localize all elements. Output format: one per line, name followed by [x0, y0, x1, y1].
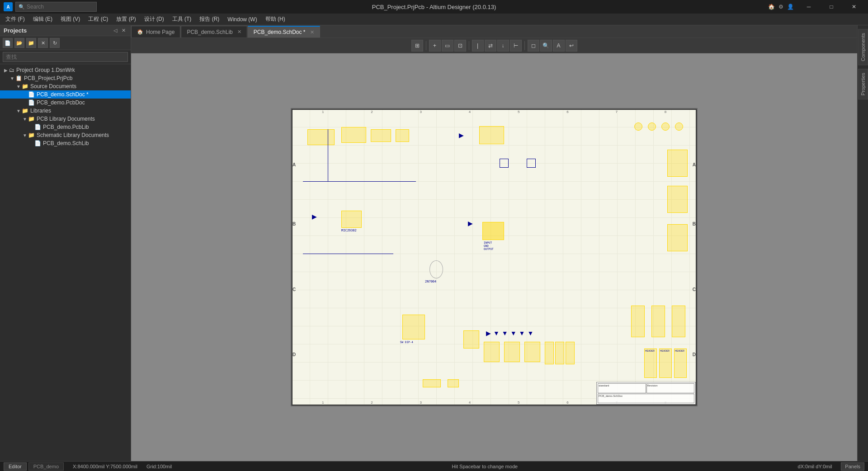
tree-label: Schematic Library Documents: [37, 132, 109, 138]
menu-item-windoww[interactable]: Window (W): [224, 15, 260, 24]
tree-item-schlib[interactable]: 📄PCB_demo.SchLib: [0, 139, 131, 147]
junction-button[interactable]: ↓: [497, 40, 509, 52]
statusbar: Editor PCB_demo X:8400.000mil Y:7500.000…: [0, 461, 868, 471]
search-panel: [0, 50, 131, 64]
close-button[interactable]: ✕: [844, 0, 864, 14]
component-1: [307, 129, 335, 145]
arc-button[interactable]: ↩: [566, 40, 577, 52]
tree-item-schdoc[interactable]: 📄PCB_demo.SchDoc *: [0, 90, 131, 99]
tree-icon: 📄: [34, 124, 41, 130]
menu-item-h[interactable]: 帮助 (H): [262, 14, 289, 24]
menu-item-r[interactable]: 报告 (R): [196, 14, 223, 24]
tree-icon: 📁: [22, 83, 28, 89]
menu-item-f[interactable]: 文件 (F): [2, 14, 28, 24]
component-3: [371, 129, 391, 142]
panels-button[interactable]: Panels: [841, 462, 864, 471]
open-folder-button[interactable]: 📁: [26, 38, 36, 48]
search-box[interactable]: 🔍: [15, 2, 97, 12]
toolbar-separator-3: [524, 41, 525, 50]
tab-label: Home Page: [146, 29, 175, 35]
header-connectors: HEADER HEADER HEADER: [644, 349, 687, 378]
search-input[interactable]: [27, 4, 81, 10]
tree-item-pcb_lib_docs[interactable]: ▼📁PCB Library Documents: [0, 115, 131, 123]
panel-pin-button[interactable]: ◁: [112, 28, 118, 33]
ic-dip-label: SW DIP-4: [400, 340, 413, 344]
text-button[interactable]: A: [553, 40, 565, 52]
new-project-button[interactable]: 📄: [3, 38, 13, 48]
window-title: PCB_Project.PrjPcb - Altium Designer (20…: [372, 4, 496, 10]
project-search-input[interactable]: [3, 52, 128, 62]
delta-display: dX:0mil dY:0mil: [798, 464, 832, 469]
vcc-block-2: [527, 159, 536, 168]
row-label-b: B: [292, 221, 296, 226]
transistor-symbol: ▶: [312, 213, 317, 220]
select-button[interactable]: ⊡: [454, 40, 466, 52]
menu-item-d[interactable]: 设计 (D): [141, 14, 168, 24]
menu-item-t[interactable]: 工具 (T): [169, 14, 195, 24]
tree-item-libs[interactable]: ▼📁Libraries: [0, 107, 131, 115]
maximize-button[interactable]: □: [821, 0, 842, 14]
tree-item-group1[interactable]: ▶🗂Project Group 1.DsnWrk: [0, 66, 131, 74]
main-layout: Projects ◁ ✕ 📄 📂 📁 ✕ ↻ ▶🗂Project Group 1…: [0, 25, 868, 461]
refresh-button[interactable]: ↻: [50, 38, 60, 48]
tree-item-sch_lib_docs[interactable]: ▼📁Schematic Library Documents: [0, 131, 131, 139]
tab-homepage[interactable]: 🏠Home Page: [131, 26, 180, 38]
editor-tab[interactable]: Editor: [4, 462, 27, 471]
filter-button[interactable]: ⊞: [411, 40, 423, 52]
tree-item-pcb_proj[interactable]: ▼📋PCB_Project.PrjPcb: [0, 74, 131, 82]
port-button[interactable]: ⊢: [510, 40, 522, 52]
user-icon[interactable]: 👤: [787, 4, 794, 10]
menubar: 文件 (F)编辑 (E)视图 (V)工程 (C)放置 (P)设计 (D)工具 (…: [0, 14, 868, 25]
connector-3: [631, 306, 645, 337]
home-icon[interactable]: 🏠: [768, 4, 775, 10]
transistor-box: [429, 260, 443, 278]
close-project-button[interactable]: ✕: [38, 38, 48, 48]
toolbar-separator: [426, 41, 426, 50]
res-d1: [423, 379, 441, 387]
row-label-a: A: [292, 162, 296, 167]
components-panel-tab[interactable]: Components: [858, 29, 868, 65]
panel-close-button[interactable]: ✕: [120, 28, 127, 33]
tab-close-button[interactable]: ✕: [310, 29, 314, 35]
rectangle-button[interactable]: ▭: [442, 40, 453, 52]
row-label-a-right: A: [693, 162, 696, 167]
tree-item-pcblib[interactable]: 📄PCB_demo.PcbLib: [0, 123, 131, 131]
tab-pcbdemoschdoc[interactable]: PCB_demo.SchDoc *✕: [248, 26, 320, 38]
diode-1: ▶: [459, 132, 464, 139]
schematic-canvas: 12 34 56 78 12 34 56 78 A B C D A: [291, 108, 698, 406]
menu-item-p[interactable]: 放置 (P): [113, 14, 139, 24]
open-button[interactable]: 📂: [14, 38, 24, 48]
component-4: [396, 129, 409, 142]
tree-arrow: ▼: [22, 117, 28, 122]
tree-item-src_docs[interactable]: ▼📁Source Documents: [0, 82, 131, 90]
tree-item-pcbdoc[interactable]: 📄PCB_demo.PcbDoc: [0, 99, 131, 107]
mic-label: MIC29302: [341, 229, 357, 232]
tab-icon: 🏠: [137, 29, 143, 35]
wire-v-1: [328, 129, 328, 181]
gear-icon[interactable]: ⚙: [778, 4, 783, 10]
connector-1: [672, 306, 685, 337]
line-button[interactable]: |: [472, 40, 484, 52]
tree-icon: 📄: [28, 99, 35, 106]
row-label-c-right: C: [693, 287, 696, 292]
properties-panel-tab[interactable]: Properties: [858, 69, 868, 99]
minimize-button[interactable]: ─: [798, 0, 819, 14]
tab-pcbdemoschlib[interactable]: PCB_demo.SchLib✕: [181, 26, 247, 38]
ic-3: [648, 122, 656, 131]
tree-icon: 📁: [28, 116, 35, 122]
tab-close-button[interactable]: ✕: [237, 29, 241, 35]
menu-item-v[interactable]: 视图 (V): [57, 14, 84, 24]
tree-label: Project Group 1.DsnWrk: [16, 67, 75, 73]
pcb-demo-tab[interactable]: PCB_demo: [28, 462, 64, 471]
zoom-button[interactable]: 🔍: [540, 40, 552, 52]
bus-button[interactable]: ◻: [528, 40, 539, 52]
wire-button[interactable]: ⇄: [485, 40, 496, 52]
col-numbers-top: 12 34 56 78: [298, 110, 690, 114]
title-block-company: standard: [598, 383, 646, 393]
motor-driver-3: [504, 342, 520, 362]
menu-item-c[interactable]: 工程 (C): [85, 14, 112, 24]
canvas-area[interactable]: 12 34 56 78 12 34 56 78 A B C D A: [131, 53, 857, 461]
app-icon: A: [4, 2, 13, 11]
menu-item-e[interactable]: 编辑 (E): [29, 14, 56, 24]
add-button[interactable]: +: [429, 40, 441, 52]
